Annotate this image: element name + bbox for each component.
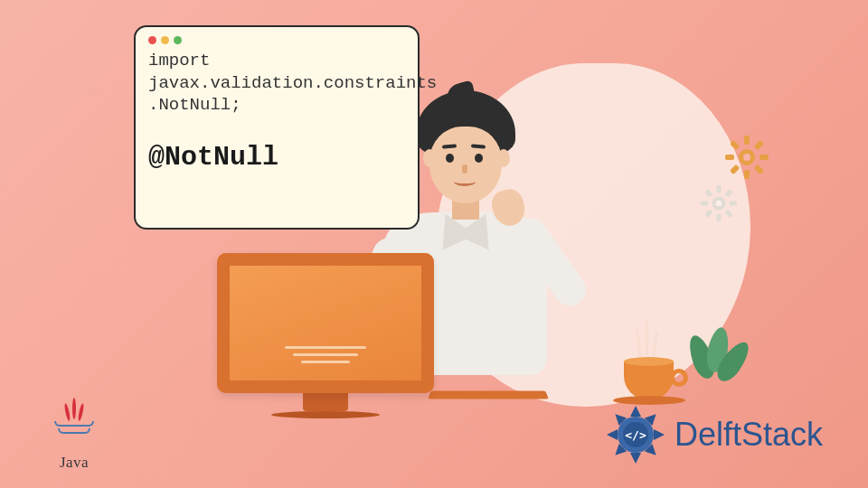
svg-rect-8 bbox=[754, 164, 764, 174]
svg-point-19 bbox=[716, 201, 722, 207]
svg-rect-13 bbox=[701, 202, 708, 206]
code-line-1: import bbox=[148, 50, 405, 72]
gear-icon bbox=[725, 136, 769, 179]
red-dot-icon bbox=[148, 36, 156, 44]
svg-rect-5 bbox=[754, 140, 764, 150]
gear-icon bbox=[701, 185, 737, 221]
svg-marker-26 bbox=[607, 429, 618, 440]
svg-text:</>: </> bbox=[625, 428, 646, 442]
keyboard-icon bbox=[428, 391, 549, 399]
svg-rect-7 bbox=[730, 140, 740, 150]
code-line-3: .NotNull; bbox=[148, 94, 405, 117]
svg-rect-11 bbox=[717, 185, 722, 192]
svg-marker-20 bbox=[630, 406, 641, 417]
green-dot-icon bbox=[174, 36, 182, 44]
java-logo: Java bbox=[54, 421, 94, 472]
svg-rect-4 bbox=[760, 155, 769, 160]
code-line-2: javax.validation.constraints bbox=[148, 72, 405, 95]
svg-marker-24 bbox=[630, 453, 641, 464]
code-annotation: @NotNull bbox=[148, 142, 405, 173]
code-snippet-card: import javax.validation.constraints .Not… bbox=[134, 25, 420, 230]
java-logo-label: Java bbox=[54, 454, 94, 472]
window-traffic-dots bbox=[148, 36, 405, 44]
svg-rect-2 bbox=[744, 170, 750, 179]
svg-rect-6 bbox=[730, 164, 740, 174]
delftstack-logo: </> DelftStack bbox=[604, 403, 823, 466]
svg-rect-1 bbox=[744, 136, 750, 145]
svg-rect-17 bbox=[704, 189, 712, 197]
svg-rect-12 bbox=[717, 214, 722, 221]
svg-rect-18 bbox=[724, 209, 732, 217]
svg-rect-16 bbox=[704, 209, 712, 217]
svg-rect-3 bbox=[725, 155, 734, 160]
svg-rect-15 bbox=[724, 189, 732, 197]
monitor-icon bbox=[217, 253, 434, 411]
svg-rect-14 bbox=[730, 202, 737, 206]
code-import-block: import javax.validation.constraints .Not… bbox=[148, 50, 405, 117]
delftstack-logo-label: DelftStack bbox=[675, 416, 823, 454]
coffee-cup-icon bbox=[624, 361, 674, 399]
yellow-dot-icon bbox=[161, 36, 169, 44]
svg-point-9 bbox=[743, 154, 750, 161]
svg-marker-22 bbox=[654, 429, 665, 440]
delftstack-emblem-icon: </> bbox=[604, 403, 667, 466]
